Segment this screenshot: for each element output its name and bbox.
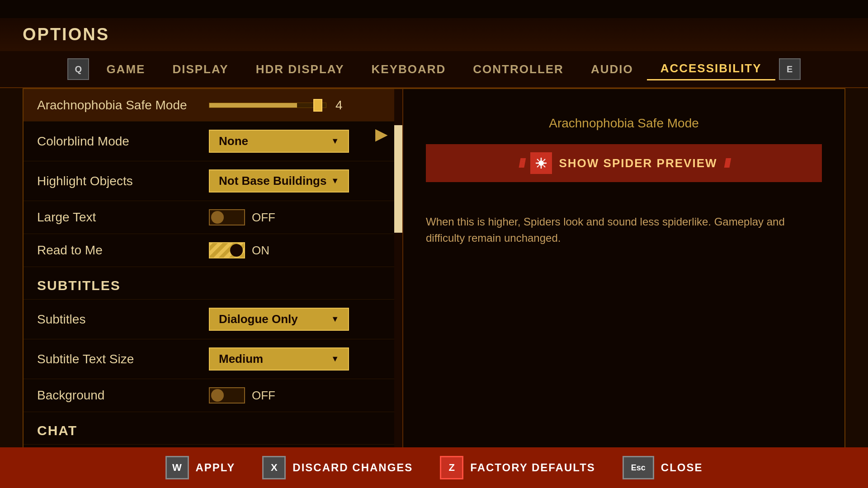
dropdown-value-colorblind: None	[219, 134, 248, 148]
setting-row-highlight-objects[interactable]: Highlight Objects Not Base Buildings ▼	[24, 161, 402, 201]
setting-row-background[interactable]: Background OFF	[24, 379, 402, 412]
svg-line-7	[543, 159, 545, 161]
spider-icon	[530, 152, 552, 174]
scrollbar[interactable]	[394, 89, 402, 449]
dropdown-arrow-colorblind: ▼	[331, 136, 339, 146]
nav-prev-button[interactable]: Q	[67, 58, 89, 80]
setting-label-subtitles: Subtitles	[37, 312, 209, 327]
svg-point-0	[538, 160, 544, 166]
dropdown-value-subtitle-text-size: Medium	[219, 352, 263, 366]
spider-preview-button[interactable]: SHOW SPIDER PREVIEW	[426, 144, 822, 182]
setting-row-arachnophobia[interactable]: Arachnophobia Safe Mode 4	[24, 89, 402, 122]
action-factory-defaults[interactable]: Z FACTORY DEFAULTS	[440, 456, 595, 479]
setting-label-large-text: Large Text	[37, 210, 209, 225]
label-discard: DISCARD CHANGES	[292, 461, 413, 474]
dropdown-arrow-subtitles: ▼	[331, 314, 339, 324]
tab-game[interactable]: GAME	[93, 59, 159, 80]
dropdown-colorblind[interactable]: None ▼	[209, 130, 349, 153]
slider-fill-arachnophobia	[209, 103, 297, 108]
label-factory-defaults: FACTORY DEFAULTS	[470, 461, 595, 474]
slider-track-arachnophobia[interactable]	[209, 103, 326, 108]
dropdown-arrow-highlight-objects: ▼	[331, 176, 339, 186]
svg-line-5	[537, 159, 539, 161]
toggle-container-read-to-me: ON	[209, 242, 269, 258]
toggle-background[interactable]	[209, 387, 245, 404]
header: OPTIONS	[0, 18, 868, 51]
setting-row-large-text[interactable]: Large Text OFF	[24, 201, 402, 234]
setting-row-colorblind[interactable]: Colorblind Mode None ▼	[24, 122, 402, 161]
toggle-state-read-to-me: ON	[252, 244, 269, 258]
main-content: Arachnophobia Safe Mode 4 Colorblind Mod…	[23, 88, 845, 450]
dropdown-subtitles[interactable]: Dialogue Only ▼	[209, 308, 349, 331]
setting-row-subtitles[interactable]: Subtitles Dialogue Only ▼	[24, 300, 402, 339]
toggle-state-large-text: OFF	[252, 211, 275, 225]
slider-value-arachnophobia: 4	[335, 98, 354, 113]
section-title-subtitles: SUBTITLES	[37, 278, 121, 293]
key-discard[interactable]: X	[262, 456, 286, 479]
scrollbar-thumb	[394, 125, 402, 233]
tab-audio[interactable]: AUDIO	[577, 59, 647, 80]
toggle-container-large-text: OFF	[209, 209, 275, 225]
key-apply[interactable]: W	[165, 456, 189, 479]
nav-next-button[interactable]: E	[779, 58, 801, 80]
nav-tabs: Q GAME DISPLAY HDR DISPLAY KEYBOARD CONT…	[0, 51, 868, 88]
setting-label-highlight-objects: Highlight Objects	[37, 174, 209, 188]
section-header-chat: CHAT	[24, 412, 402, 445]
setting-row-subtitle-text-size[interactable]: Subtitle Text Size Medium ▼	[24, 339, 402, 379]
section-title-chat: CHAT	[37, 423, 77, 438]
dropdown-value-subtitles: Dialogue Only	[219, 312, 298, 326]
toggle-large-text[interactable]	[209, 209, 245, 225]
info-title: Arachnophobia Safe Mode	[426, 116, 822, 131]
setting-label-subtitle-text-size: Subtitle Text Size	[37, 352, 209, 366]
toggle-knob-read-to-me	[230, 244, 243, 257]
top-bar	[0, 0, 868, 18]
label-close: CLOSE	[661, 461, 703, 474]
dropdown-subtitle-text-size[interactable]: Medium ▼	[209, 347, 349, 371]
setting-label-read-to-me: Read to Me	[37, 243, 209, 258]
setting-label-arachnophobia: Arachnophobia Safe Mode	[37, 98, 209, 113]
toggle-knob-background	[211, 389, 224, 402]
setting-label-background: Background	[37, 388, 209, 403]
action-apply[interactable]: W APPLY	[165, 456, 236, 479]
slider-arachnophobia[interactable]: 4	[209, 98, 354, 113]
action-close[interactable]: Esc CLOSE	[623, 456, 703, 479]
setting-label-colorblind: Colorblind Mode	[37, 134, 209, 149]
spider-btn-label: SHOW SPIDER PREVIEW	[559, 156, 717, 170]
tab-keyboard[interactable]: KEYBOARD	[358, 59, 460, 80]
svg-line-6	[543, 165, 545, 167]
label-apply: APPLY	[196, 461, 236, 474]
bottom-bar: W APPLY X DISCARD CHANGES Z FACTORY DEFA…	[0, 447, 868, 488]
info-panel: Arachnophobia Safe Mode SHOW SPIDER PREV…	[403, 89, 844, 449]
tab-hdr-display[interactable]: HDR DISPLAY	[242, 59, 358, 80]
toggle-state-background: OFF	[252, 389, 275, 403]
tab-controller[interactable]: CONTROLLER	[459, 59, 577, 80]
tab-accessibility[interactable]: ACCESSIBILITY	[647, 58, 775, 80]
dropdown-value-highlight-objects: Not Base Buildings	[219, 174, 326, 188]
key-factory-defaults[interactable]: Z	[440, 456, 463, 479]
toggle-container-background: OFF	[209, 387, 275, 404]
settings-panel[interactable]: Arachnophobia Safe Mode 4 Colorblind Mod…	[24, 89, 403, 449]
setting-row-read-to-me[interactable]: Read to Me ON	[24, 234, 402, 267]
toggle-knob-large-text	[211, 211, 224, 224]
cursor-indicator: ▶	[375, 125, 388, 144]
section-header-subtitles: SUBTITLES	[24, 267, 402, 300]
dropdown-highlight-objects[interactable]: Not Base Buildings ▼	[209, 169, 349, 192]
dropdown-arrow-subtitle-text-size: ▼	[331, 354, 339, 364]
svg-line-8	[537, 165, 539, 167]
action-discard[interactable]: X DISCARD CHANGES	[262, 456, 413, 479]
slider-thumb-arachnophobia	[313, 99, 322, 112]
page-title: OPTIONS	[23, 25, 109, 44]
key-close[interactable]: Esc	[623, 456, 654, 479]
toggle-read-to-me[interactable]	[209, 242, 245, 258]
info-description: When this is higher, Spiders look and so…	[426, 214, 822, 246]
tab-display[interactable]: DISPLAY	[159, 59, 242, 80]
